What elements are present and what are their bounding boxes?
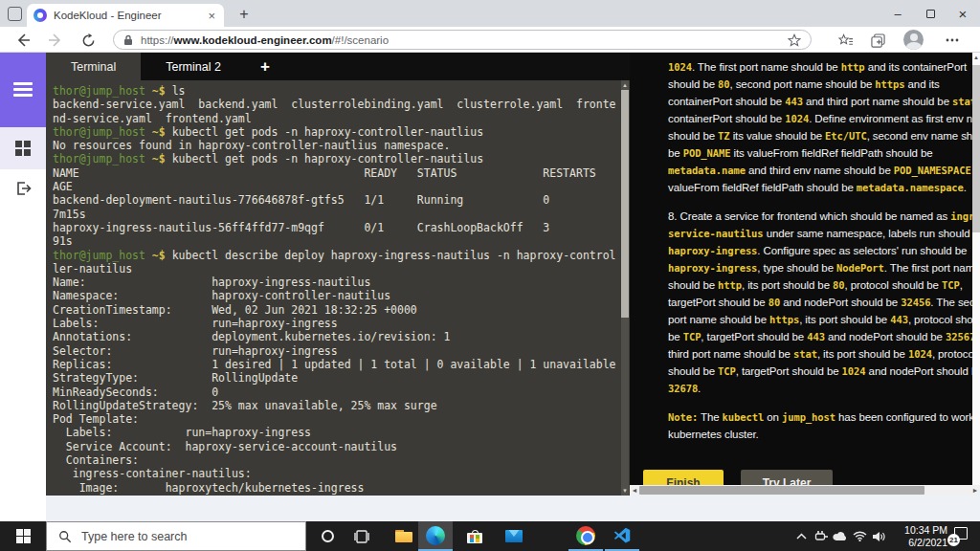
terminal-tab-bar: Terminal Terminal 2 + <box>46 53 630 80</box>
tab-terminal-2[interactable]: Terminal 2 <box>141 53 246 80</box>
task-line: haproxy-ingress, type should be NodePort… <box>668 259 980 276</box>
task-line: valueFrom fieldRef fieldPath should be m… <box>668 179 980 196</box>
task-line: third port name should be stat, its port… <box>668 345 980 363</box>
window-minimize-button[interactable]: – <box>882 0 913 27</box>
tray-clock[interactable]: 10:34 PM 6/2/2021 <box>888 524 947 548</box>
taskbar-search-box[interactable]: Type here to search <box>46 521 306 551</box>
edge-button[interactable] <box>418 521 453 551</box>
search-placeholder: Type here to search <box>81 530 187 543</box>
terminal-line: MinReadySeconds: 0 <box>53 386 620 399</box>
task-view-button[interactable] <box>345 521 379 551</box>
terminal-line: Namespace: haproxy-controller-nautilus <box>53 289 620 302</box>
terminal-line: thor@jump_host ~$ kubectl describe deplo… <box>53 249 620 262</box>
panel-scrollbar-thumb[interactable] <box>972 65 980 232</box>
tab-title: KodeKloud - Engineer <box>54 10 206 21</box>
terminal-line: ler-nautilus <box>53 262 620 276</box>
task-view-icon <box>354 530 369 543</box>
refresh-icon[interactable] <box>78 31 98 50</box>
collections-icon[interactable] <box>867 30 888 51</box>
task-line: Note: The kubectl on jump_host has been … <box>668 408 980 426</box>
terminal-line: Pod Template: <box>53 412 620 426</box>
back-icon[interactable] <box>13 31 33 50</box>
panel-scroll-up-icon[interactable]: ▲ <box>972 54 980 61</box>
panel-hscrollbar-thumb[interactable] <box>639 486 924 495</box>
terminal-line: Name: haproxy-ingress-nautilus <box>53 276 620 289</box>
terminal-line: Selector: run=haproxy-ingress <box>53 344 620 358</box>
restore-icon <box>926 10 935 18</box>
tray-volume-icon[interactable] <box>869 521 888 551</box>
cortana-icon <box>322 530 334 542</box>
store-button[interactable] <box>457 521 492 551</box>
tray-chevron-up-icon[interactable] <box>792 521 810 551</box>
browser-tab[interactable]: KodeKloud - Engineer × <box>27 4 224 27</box>
task-line: be TCP, targetPort should be 443 and nod… <box>668 328 980 345</box>
task-line: 32678. <box>668 380 980 397</box>
terminal-line: Labels: run=haproxy-ingress <box>53 426 620 439</box>
kodekloud-favicon-icon <box>33 9 47 22</box>
terminal-line: thor@jump_host ~$ kubectl get pods -n ha… <box>53 152 620 165</box>
task-line: targetPort should be 80 and nodePort sho… <box>668 294 980 311</box>
task-line: port name should be https, its port shou… <box>668 311 980 328</box>
url-field[interactable]: https://www.kodekloud-engineer.com/#!/sc… <box>113 30 812 50</box>
task-text: 1024. The first port name should be http… <box>668 58 980 443</box>
favorite-star-icon[interactable] <box>788 33 801 47</box>
panel-scroll-right-icon[interactable]: ► <box>970 485 980 496</box>
mail-button[interactable] <box>497 521 531 551</box>
favorites-bar-icon[interactable] <box>835 30 856 51</box>
profile-avatar[interactable] <box>903 30 924 50</box>
window-close-button[interactable]: × <box>947 0 978 27</box>
window-restore-button[interactable] <box>915 0 946 27</box>
task-line: containerPort should be 443 and third po… <box>668 93 980 110</box>
terminal-line: nd-service.yaml frontend.yaml <box>53 112 620 125</box>
scroll-up-icon[interactable]: ▲ <box>621 81 629 89</box>
windows-logo-icon <box>16 529 31 543</box>
dashboard-grid-icon <box>15 141 31 156</box>
panel-scroll-left-icon[interactable]: ◄ <box>630 485 639 496</box>
task-line: should be TZ its value should be Etc/UTC… <box>668 127 980 144</box>
logout-icon[interactable] <box>14 180 32 197</box>
file-explorer-button[interactable] <box>387 521 421 551</box>
tab-terminal-1[interactable]: Terminal <box>46 53 141 80</box>
task-line: containerPort should be 1024. Define env… <box>668 110 980 127</box>
terminal-line: Image: haproxytech/kubernetes-ingress <box>53 481 620 495</box>
terminal-line: haproxy-ingress-nautilus-56ff4ffd77-m9qg… <box>53 221 620 234</box>
tab-close-icon[interactable]: × <box>206 10 217 22</box>
edge-icon <box>426 526 445 545</box>
scroll-down-icon[interactable]: ▼ <box>621 487 629 495</box>
action-center-button[interactable]: 21 <box>951 527 968 543</box>
terminal-line: ingress-container-nautilus: <box>53 467 620 480</box>
terminal-output[interactable]: thor@jump_host ~$ lsbackend-service.yaml… <box>46 80 630 496</box>
terminal-line: Service Account: haproxy-service-account… <box>53 440 620 453</box>
mail-icon <box>505 530 523 542</box>
tray-wifi-icon[interactable] <box>850 521 869 551</box>
terminal-line: thor@jump_host ~$ ls <box>53 84 620 98</box>
terminal-line: StrategyType: RollingUpdate <box>53 371 620 385</box>
cortana-button[interactable] <box>310 521 345 551</box>
task-line: service-nautilus under same namespace, l… <box>668 225 980 242</box>
lock-icon <box>123 34 133 46</box>
vscode-button[interactable] <box>605 521 639 551</box>
tray-plug-icon[interactable] <box>812 521 831 551</box>
task-line: metadata.name and third env name should … <box>668 162 980 179</box>
terminal-line: backend-service.yaml backend.yaml cluste… <box>53 98 620 111</box>
terminal-line: No resources found in haproxy-controller… <box>53 139 620 152</box>
chrome-button[interactable] <box>568 521 603 551</box>
terminal-line: 91s <box>53 234 620 248</box>
task-line: should be 80, second port name should be… <box>668 76 980 93</box>
terminal-new-tab-button[interactable]: + <box>246 53 284 80</box>
task-line: be POD_NAME its valueFrom fieldRef field… <box>668 144 980 162</box>
notification-count-badge: 21 <box>947 534 960 546</box>
tray-time: 10:34 PM <box>888 524 947 537</box>
hamburger-menu-icon[interactable] <box>13 82 33 98</box>
terminal-line: NAME READY STATUS RESTARTS <box>53 166 620 180</box>
terminal-scrollbar-thumb[interactable] <box>621 90 629 318</box>
tray-onedrive-cloud-icon[interactable] <box>831 521 850 551</box>
forward-icon[interactable] <box>46 31 65 50</box>
task-description-panel: 1024. The first port name should be http… <box>630 53 980 496</box>
start-button[interactable] <box>0 521 46 551</box>
task-line: should be http, its port should be 80, p… <box>668 276 980 294</box>
tab-actions-menu-icon[interactable] <box>8 7 22 21</box>
new-tab-button[interactable]: + <box>234 4 255 25</box>
task-line: haproxy-ingress. Configure spec as selec… <box>668 242 980 259</box>
settings-ellipsis-icon[interactable] <box>942 30 963 51</box>
